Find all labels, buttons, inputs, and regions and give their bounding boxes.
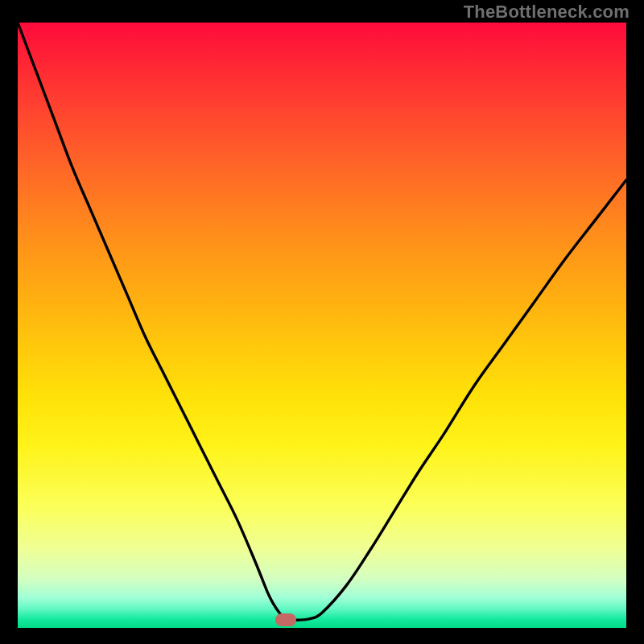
bottleneck-curve (18, 23, 626, 620)
watermark-text: TheBottleneck.com (464, 2, 630, 23)
chart-frame: TheBottleneck.com (0, 0, 644, 644)
curve-layer (18, 23, 626, 628)
optimal-point-marker (275, 613, 296, 626)
plot-area (18, 23, 626, 628)
